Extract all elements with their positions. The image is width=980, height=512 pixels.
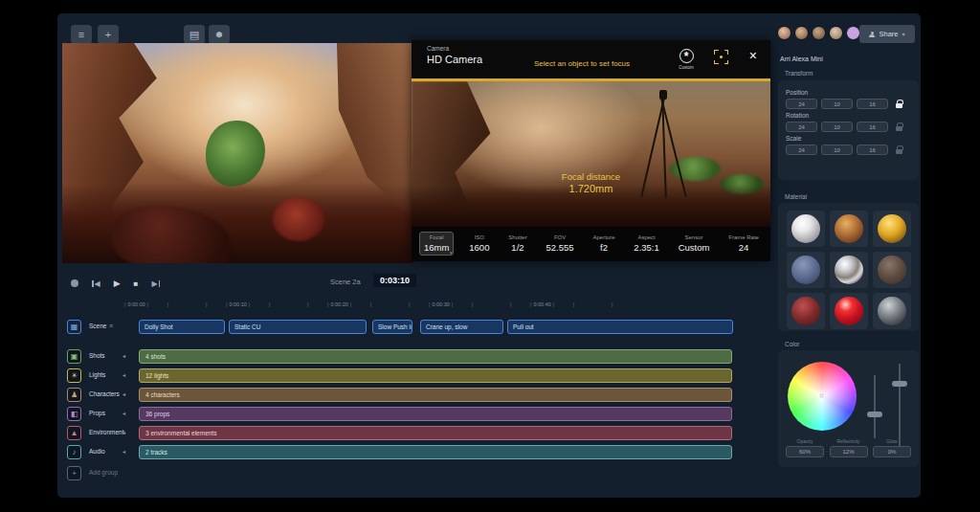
collapse-icon[interactable]: ◂ bbox=[122, 371, 125, 378]
ruler-label: 0:00:30 bbox=[432, 301, 449, 307]
avatar[interactable] bbox=[812, 26, 826, 40]
skip-start-icon[interactable]: ◀ bbox=[92, 279, 100, 288]
audio-icon[interactable]: ♪ bbox=[67, 445, 81, 459]
lights-icon[interactable]: ☀ bbox=[67, 368, 81, 383]
audio-track-label: Audio bbox=[89, 448, 105, 455]
scene-track-menu-icon[interactable]: ≡ bbox=[109, 323, 113, 329]
scene-name: Scene 2a bbox=[330, 278, 361, 286]
focus-target-icon[interactable] bbox=[714, 50, 728, 64]
avatar[interactable] bbox=[846, 26, 860, 40]
props-group-bar[interactable]: 36 props bbox=[139, 407, 732, 421]
menu-icon[interactable]: ≡ bbox=[71, 25, 92, 44]
characters-icon[interactable]: ♟ bbox=[67, 388, 81, 402]
play-icon[interactable]: ▶ bbox=[114, 278, 121, 288]
audio-group-bar[interactable]: 2 tracks bbox=[139, 445, 732, 459]
clip-crane-up-slow[interactable]: Crane up, slow bbox=[420, 320, 503, 334]
collapse-icon[interactable]: ◂ bbox=[122, 352, 125, 359]
document-icon[interactable]: ▤ bbox=[184, 25, 205, 44]
material-swatch[interactable] bbox=[830, 211, 868, 247]
setting-sensor[interactable]: Sensor Custom bbox=[675, 233, 714, 255]
lock-icon[interactable] bbox=[892, 99, 905, 109]
material-swatch[interactable] bbox=[873, 252, 911, 288]
setting-focal[interactable]: Focal 16mm bbox=[419, 232, 454, 256]
rotation-z-field[interactable]: 16 bbox=[857, 122, 888, 132]
avatar[interactable] bbox=[794, 26, 809, 40]
setting-iso[interactable]: ISO 1600 bbox=[465, 233, 493, 255]
environment-icon[interactable]: ▲ bbox=[67, 426, 81, 440]
lights-track: ☀ Lights ◂ 12 lights bbox=[57, 367, 921, 385]
stop-icon[interactable]: ■ bbox=[134, 279, 139, 288]
scene-icon[interactable]: ▦ bbox=[67, 320, 81, 334]
add-icon[interactable]: + bbox=[98, 25, 119, 44]
add-group-label[interactable]: Add group bbox=[89, 469, 118, 476]
camera-kicker: Camera bbox=[427, 45, 449, 52]
shots-icon[interactable]: ▣ bbox=[67, 349, 81, 364]
environment-track-label: Environment bbox=[89, 429, 124, 435]
shots-group-bar[interactable]: 4 shots bbox=[139, 349, 732, 364]
scene-viewport[interactable] bbox=[62, 43, 412, 263]
transform-section-label: Transform bbox=[785, 70, 813, 77]
clip-pull-out[interactable]: Pull out bbox=[507, 320, 733, 334]
material-swatch[interactable] bbox=[787, 211, 825, 247]
material-swatch[interactable] bbox=[873, 211, 911, 247]
setting-value: 52.555 bbox=[546, 242, 574, 253]
characters-group-bar[interactable]: 4 characters bbox=[139, 388, 732, 402]
timeline-ruler[interactable]: |0:00:00||| |0:00:10||| |0:00:20||| |0:0… bbox=[124, 299, 632, 310]
setting-aspect[interactable]: Aspect 2.35:1 bbox=[630, 233, 662, 255]
share-button[interactable]: Share ▾ bbox=[859, 25, 915, 43]
setting-aperture[interactable]: Aperture f2 bbox=[589, 233, 618, 255]
props-icon[interactable]: ◧ bbox=[67, 407, 81, 421]
collapse-icon[interactable]: ◂ bbox=[122, 429, 125, 435]
timecode[interactable]: 0:03:10 bbox=[373, 274, 416, 287]
setting-framerate[interactable]: Frame Rate 24 bbox=[724, 233, 763, 255]
user-icon[interactable]: ☻ bbox=[209, 25, 230, 44]
ruler-label: 0:00:10 bbox=[229, 301, 246, 307]
setting-value: f2 bbox=[592, 242, 614, 253]
scale-z-field[interactable]: 16 bbox=[857, 145, 888, 155]
avatar[interactable] bbox=[777, 26, 791, 40]
scene-track: ▦ Scene ≡ Dolly Shot Static CU Slow Push… bbox=[57, 319, 921, 336]
collapse-icon[interactable]: ◂ bbox=[122, 448, 125, 455]
camera-view[interactable]: Focal distance 1.720mm bbox=[412, 81, 770, 227]
focus-center-dot bbox=[720, 56, 723, 58]
camera-name: HD Camera bbox=[427, 54, 482, 65]
position-z-field[interactable]: 16 bbox=[857, 99, 888, 109]
scale-y-field[interactable]: 10 bbox=[821, 145, 853, 155]
material-panel bbox=[778, 203, 919, 331]
position-y-field[interactable]: 10 bbox=[821, 99, 853, 109]
clip-static-cu[interactable]: Static CU bbox=[229, 320, 367, 334]
rotation-x-field[interactable]: 24 bbox=[786, 122, 817, 132]
add-group-icon[interactable]: + bbox=[67, 466, 81, 480]
setting-label: ISO bbox=[469, 234, 489, 240]
environment-group-bar[interactable]: 3 environmental elements bbox=[139, 426, 732, 440]
setting-shutter[interactable]: Shutter 1/2 bbox=[504, 233, 530, 255]
ruler-label: 0:00:40 bbox=[533, 301, 550, 307]
position-x-field[interactable]: 24 bbox=[786, 99, 817, 109]
setting-label: Shutter bbox=[508, 234, 526, 240]
setting-label: Frame Rate bbox=[728, 234, 759, 240]
aperture-icon: * bbox=[679, 49, 694, 63]
skip-end-icon[interactable]: ▶ bbox=[151, 279, 160, 288]
lights-group-bar[interactable]: 12 lights bbox=[139, 368, 732, 383]
shots-track-label: Shots bbox=[89, 352, 105, 359]
desktop-background: ≡ + ▤ ☻ Share ▾ Camera bbox=[0, 0, 980, 512]
material-swatch[interactable] bbox=[787, 252, 825, 288]
add-group-row: + Add group bbox=[57, 465, 921, 482]
lock-icon[interactable] bbox=[892, 145, 905, 155]
collapse-icon[interactable]: ◂ bbox=[122, 390, 125, 397]
aperture-mode-button[interactable]: * Custom bbox=[675, 47, 698, 70]
lock-icon[interactable] bbox=[892, 122, 905, 132]
clip-dolly-shot[interactable]: Dolly Shot bbox=[139, 320, 225, 334]
setting-fov[interactable]: FOV 52.555 bbox=[543, 233, 578, 255]
clip-slow-push-in[interactable]: Slow Push In bbox=[372, 320, 412, 334]
material-swatch[interactable] bbox=[830, 252, 868, 288]
rotation-y-field[interactable]: 10 bbox=[821, 122, 853, 132]
props-track-label: Props bbox=[89, 410, 105, 416]
collapse-icon[interactable]: ◂ bbox=[122, 410, 125, 416]
camera-panel-header: Camera HD Camera Select an object to set… bbox=[412, 40, 770, 78]
scale-x-field[interactable]: 24 bbox=[786, 145, 817, 155]
record-icon[interactable] bbox=[71, 279, 78, 287]
ruler-label: 0:00:20 bbox=[330, 301, 347, 307]
avatar[interactable] bbox=[829, 26, 843, 40]
close-icon[interactable]: × bbox=[749, 48, 757, 63]
